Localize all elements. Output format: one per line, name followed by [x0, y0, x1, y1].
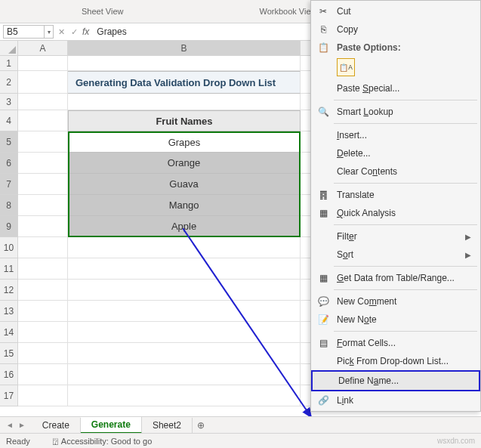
grid-cell[interactable] [18, 258, 68, 280]
grid-cell[interactable] [18, 280, 68, 301]
table-icon: ▦ [317, 272, 329, 284]
col-header-a[interactable]: A [18, 41, 68, 56]
cancel-icon[interactable]: ✕ [58, 27, 65, 37]
row-header[interactable]: 5 [0, 131, 18, 153]
grid-cell[interactable] [68, 258, 301, 280]
row-header[interactable]: 7 [0, 174, 18, 195]
search-icon: 🔍 [317, 106, 329, 118]
row-header[interactable]: 4 [0, 110, 18, 131]
grid-cell[interactable] [18, 216, 68, 237]
grid-cell[interactable] [68, 301, 301, 322]
tab-create[interactable]: Create [32, 418, 81, 433]
col-header-b[interactable]: B [68, 41, 301, 56]
ctx-smart-lookup[interactable]: 🔍Smart Lookup [311, 103, 480, 121]
ctx-paste-options-label: 📋Paste Options: [311, 39, 480, 57]
tab-generate[interactable]: Generate [81, 417, 142, 434]
tab-sheet2[interactable]: Sheet2 [142, 418, 193, 433]
row-header[interactable]: 3 [0, 94, 18, 110]
data-cell[interactable]: Apple [68, 216, 301, 237]
row-header[interactable]: 16 [0, 364, 18, 385]
ctx-insert[interactable]: Insert... [311, 126, 480, 144]
ctx-new-note[interactable]: 📝New Note [311, 311, 480, 329]
grid-cell[interactable] [18, 385, 68, 406]
ctx-filter[interactable]: Filter▶ [311, 227, 480, 246]
tab-next-icon[interactable]: ► [18, 421, 26, 429]
grid-cell[interactable] [18, 343, 68, 364]
ctx-quick-analysis[interactable]: ▦Quick Analysis [311, 204, 480, 222]
ctx-clear-contents[interactable]: Clear Contents [311, 162, 480, 181]
ribbon-group-sheetview: Sheet View [82, 7, 123, 16]
ctx-separator [334, 266, 477, 267]
grid-cell[interactable] [18, 301, 68, 322]
ctx-format-cells[interactable]: ▤Format Cells... [311, 334, 480, 352]
data-cell[interactable]: Grapes [68, 131, 301, 153]
grid-cell[interactable] [18, 237, 68, 258]
grid-cell[interactable] [18, 364, 68, 385]
fx-icon[interactable]: fx [82, 26, 89, 37]
grid-cell[interactable] [18, 56, 68, 71]
row-header[interactable]: 6 [0, 153, 18, 174]
grid-cell[interactable] [18, 153, 68, 174]
ctx-separator [334, 289, 477, 290]
enter-icon[interactable]: ✓ [71, 27, 78, 37]
tab-prev-icon[interactable]: ◄ [6, 421, 14, 429]
grid-cell[interactable] [18, 131, 68, 153]
row-header[interactable]: 14 [0, 322, 18, 343]
ctx-sort[interactable]: Sort▶ [311, 246, 480, 264]
copy-icon: ⎘ [317, 23, 329, 36]
row-header[interactable]: 8 [0, 195, 18, 216]
row-header[interactable]: 1 [0, 56, 18, 71]
ctx-pick-from-list[interactable]: Pick From Drop-down List... [311, 352, 480, 370]
ctx-paste-special[interactable]: Paste Special... [311, 79, 480, 97]
grid-cell[interactable] [68, 94, 301, 110]
ctx-link[interactable]: 🔗Link [311, 391, 480, 409]
grid-cell[interactable] [68, 280, 301, 301]
ctx-define-name[interactable]: Define Name... [311, 370, 480, 391]
data-cell[interactable]: Orange [68, 153, 301, 174]
ctx-separator [334, 183, 477, 184]
select-all-corner[interactable] [0, 41, 18, 56]
header-cell[interactable]: Fruit Names [68, 110, 301, 131]
clipboard-icon: 📋 [317, 42, 329, 54]
data-cell[interactable]: Mango [68, 195, 301, 216]
paste-option-a[interactable]: 📋A [337, 58, 355, 76]
grid-cell[interactable] [68, 364, 301, 385]
ctx-translate[interactable]: ䷴Translate [311, 186, 480, 204]
name-box-dropdown-icon[interactable]: ▾ [45, 25, 54, 39]
row-header[interactable]: 10 [0, 237, 18, 258]
title-cell[interactable]: Generating Data Validation Drop Down Lis… [68, 71, 301, 94]
grid-cell[interactable] [18, 94, 68, 110]
row-header[interactable]: 11 [0, 258, 18, 280]
ctx-separator [334, 331, 477, 332]
name-box[interactable]: B5 [3, 25, 45, 39]
ctx-new-comment[interactable]: 💬New Comment [311, 292, 480, 311]
grid-cell[interactable] [68, 343, 301, 364]
grid-cell[interactable] [68, 56, 301, 71]
note-icon: 📝 [317, 314, 329, 326]
ctx-get-data[interactable]: ▦Get Data from Table/Range... [311, 269, 480, 287]
grid-cell[interactable] [18, 174, 68, 195]
grid-cell[interactable] [18, 195, 68, 216]
grid-cell[interactable] [18, 71, 68, 94]
ctx-copy[interactable]: ⎘Copy [311, 20, 480, 39]
grid-cell[interactable] [68, 385, 301, 406]
data-cell[interactable]: Guava [68, 174, 301, 195]
comment-icon: 💬 [317, 295, 329, 307]
ctx-cut[interactable]: ✂Cut [311, 2, 480, 20]
grid-cell[interactable] [18, 322, 68, 343]
row-header[interactable]: 15 [0, 343, 18, 364]
row-header[interactable]: 13 [0, 301, 18, 322]
grid-cell[interactable] [18, 110, 68, 131]
row-header[interactable]: 17 [0, 385, 18, 406]
row-header[interactable]: 12 [0, 280, 18, 301]
status-accessibility[interactable]: ⍰Accessibility: Good to go [53, 437, 152, 446]
row-header[interactable]: 2 [0, 71, 18, 94]
grid-cell[interactable] [68, 237, 301, 258]
ctx-delete[interactable]: Delete... [311, 144, 480, 162]
context-menu: ✂Cut ⎘Copy 📋Paste Options: 📋A Paste Spec… [310, 0, 481, 412]
add-sheet-icon[interactable]: ⊕ [193, 420, 209, 431]
tab-nav[interactable]: ◄► [0, 421, 32, 429]
grid-cell[interactable] [68, 322, 301, 343]
row-header[interactable]: 9 [0, 216, 18, 237]
chevron-right-icon: ▶ [465, 251, 471, 259]
